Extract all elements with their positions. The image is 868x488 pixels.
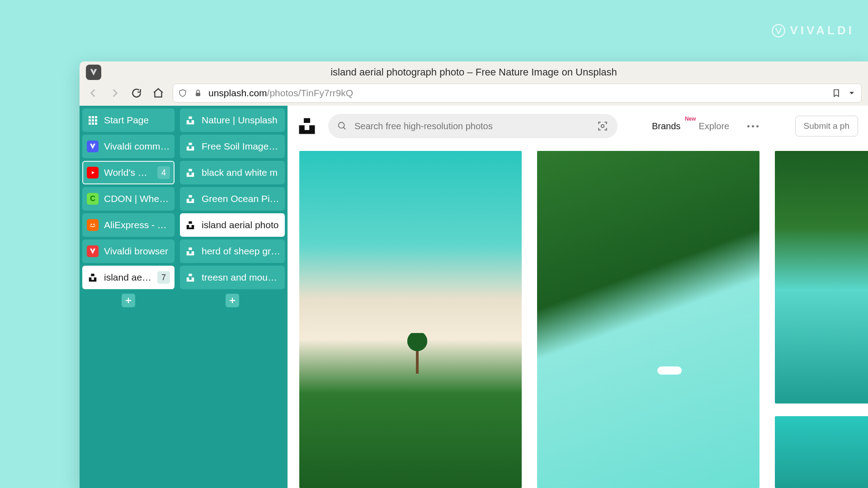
page-content: Brands New Explore Submit a ph <box>288 106 868 488</box>
tab-label: island aerial <box>104 272 152 283</box>
url-host: unsplash.com <box>208 88 267 98</box>
tab-trees[interactable]: treesn and mounta <box>180 266 285 289</box>
submit-photo-button[interactable]: Submit a ph <box>795 116 858 136</box>
tab-green-ocean[interactable]: Green Ocean Pictu <box>180 187 285 211</box>
tab-nature[interactable]: Nature | Unsplash <box>180 108 285 132</box>
svg-rect-8 <box>89 122 91 125</box>
nav-explore[interactable]: Explore <box>698 121 729 131</box>
reload-button[interactable] <box>127 84 146 102</box>
svg-rect-23 <box>189 274 192 277</box>
svg-rect-4 <box>95 116 97 118</box>
tab-label: Nature | Unsplash <box>202 115 280 126</box>
unsplash-favicon-icon <box>184 193 196 205</box>
svg-point-0 <box>773 24 785 37</box>
tab-sheep[interactable]: herd of sheep graz <box>180 239 285 263</box>
nav-brands[interactable]: Brands New <box>652 121 680 131</box>
back-button[interactable] <box>83 84 103 102</box>
tab-aliexpress[interactable]: AliExpress - Onli <box>82 213 175 237</box>
svg-rect-21 <box>189 221 192 224</box>
photo-gallery <box>288 146 868 488</box>
svg-point-13 <box>94 224 95 225</box>
svg-rect-2 <box>89 116 91 118</box>
home-button[interactable] <box>148 84 168 102</box>
home-icon <box>152 87 164 99</box>
svg-rect-22 <box>189 248 192 250</box>
svg-line-28 <box>344 127 346 130</box>
tab-label: Vivaldi commun <box>104 141 170 152</box>
browser-window: island aerial photograph photo – Free Na… <box>80 61 868 488</box>
svg-rect-14 <box>91 274 94 277</box>
tab-soil[interactable]: Free Soil Image on <box>180 135 285 158</box>
tab-island-active[interactable]: island aerial photo <box>180 213 285 237</box>
svg-rect-1 <box>196 93 200 96</box>
search-box[interactable] <box>328 114 618 138</box>
unsplash-favicon-icon <box>184 272 196 283</box>
unsplash-favicon-icon <box>184 141 196 152</box>
unsplash-favicon-icon <box>184 245 196 257</box>
tab-bw[interactable]: black and white m <box>180 161 285 184</box>
svg-marker-11 <box>92 171 94 174</box>
new-tab-button-a[interactable] <box>122 294 135 307</box>
svg-rect-20 <box>189 195 192 198</box>
visual-search-icon[interactable] <box>597 120 609 132</box>
photo-thumbnail[interactable] <box>299 151 522 488</box>
unsplash-favicon-icon <box>184 114 196 126</box>
svg-rect-3 <box>92 116 94 118</box>
vivaldi-icon <box>89 67 99 77</box>
cdon-favicon-icon: C <box>87 193 99 205</box>
vivaldi-watermark: VIVALDI <box>772 23 854 38</box>
tab-vivaldi-browser[interactable]: Vivaldi browser <box>82 239 175 263</box>
more-menu-icon[interactable] <box>747 125 759 127</box>
svg-rect-9 <box>92 122 94 125</box>
url-text: unsplash.com/photos/TinFy7rr9kQ <box>208 88 353 99</box>
svg-rect-7 <box>95 119 97 122</box>
grid-icon <box>87 114 99 126</box>
tab-cdon[interactable]: C CDON | When a <box>82 187 175 211</box>
reload-icon <box>131 87 142 99</box>
forward-button[interactable] <box>105 84 125 102</box>
tab-label: CDON | When a <box>104 193 170 204</box>
unsplash-favicon-icon <box>184 219 196 231</box>
tab-stack-column-a: Start Page Vivaldi commun World's Firs 4… <box>80 106 177 488</box>
navigation-toolbar: unsplash.com/photos/TinFy7rr9kQ <box>80 83 868 106</box>
svg-rect-17 <box>189 117 192 119</box>
tab-label: island aerial photo <box>202 220 280 230</box>
tab-stack-count: 4 <box>157 166 170 179</box>
tab-start-page[interactable]: Start Page <box>82 108 175 132</box>
header-links: Brands New Explore <box>652 121 759 131</box>
svg-point-12 <box>91 224 92 225</box>
shield-icon <box>178 88 188 98</box>
vivaldi-menu-button[interactable] <box>86 65 101 80</box>
unsplash-logo-icon[interactable] <box>297 117 316 136</box>
address-dropdown-button[interactable] <box>847 88 857 98</box>
vivaldi-red-favicon-icon <box>87 245 99 257</box>
tab-label: AliExpress - Onli <box>104 220 170 230</box>
tab-vivaldi-community[interactable]: Vivaldi commun <box>82 135 175 158</box>
bookmark-button[interactable] <box>831 88 841 98</box>
tab-youtube[interactable]: World's Firs 4 <box>82 161 175 184</box>
vivaldi-logo-icon <box>772 24 785 38</box>
new-tab-button-b[interactable] <box>226 294 239 307</box>
chevron-left-icon <box>87 87 99 99</box>
new-badge: New <box>685 116 696 122</box>
photo-thumbnail[interactable] <box>537 151 760 488</box>
photo-thumbnail[interactable] <box>775 416 868 488</box>
photo-thumbnail[interactable] <box>775 151 868 404</box>
tab-island-group[interactable]: island aerial 7 <box>82 266 175 289</box>
svg-rect-6 <box>92 119 94 122</box>
workspace: Start Page Vivaldi commun World's Firs 4… <box>80 106 868 488</box>
svg-rect-26 <box>304 118 310 123</box>
svg-rect-5 <box>89 119 91 122</box>
tab-label: Free Soil Image on <box>202 141 280 152</box>
search-input[interactable] <box>354 121 590 131</box>
svg-point-29 <box>601 125 604 128</box>
plus-icon <box>228 296 236 305</box>
svg-rect-18 <box>189 143 192 145</box>
title-bar: island aerial photograph photo – Free Na… <box>80 61 868 83</box>
aliexpress-favicon-icon <box>87 219 99 231</box>
address-bar[interactable]: unsplash.com/photos/TinFy7rr9kQ <box>173 84 862 103</box>
vivaldi-favicon-icon <box>87 141 99 152</box>
tab-label: black and white m <box>202 167 280 178</box>
url-path: /photos/TinFy7rr9kQ <box>267 88 354 98</box>
svg-point-27 <box>339 122 344 128</box>
